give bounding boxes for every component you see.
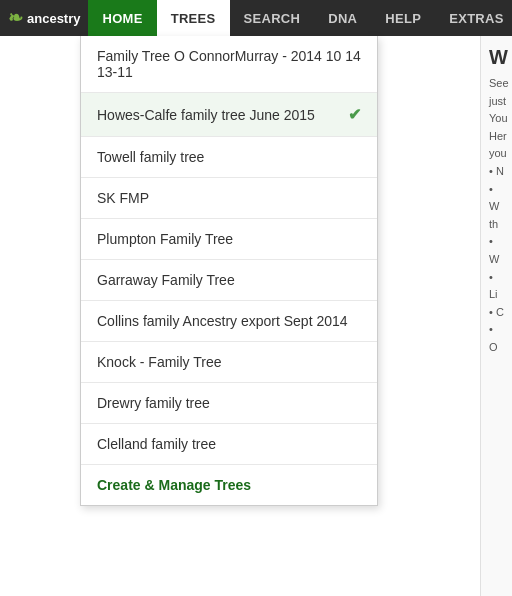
list-item[interactable]: Family Tree O ConnorMurray - 2014 10 14 … [81, 36, 377, 93]
nav-trees-label: TREES [171, 11, 216, 26]
right-panel-line: • W [489, 233, 504, 268]
list-item[interactable]: Garraway Family Tree [81, 260, 377, 301]
list-item[interactable]: Howes-Calfe family tree June 2015 ✔ [81, 93, 377, 137]
tree-item-label: SK FMP [97, 190, 149, 206]
list-item[interactable]: Drewry family tree [81, 383, 377, 424]
right-panel-line: • C [489, 304, 504, 322]
right-panel-line: • Li [489, 269, 504, 304]
nav-help-label: HELP [385, 11, 421, 26]
tree-item-label: Howes-Calfe family tree June 2015 [97, 107, 315, 123]
list-item[interactable]: Knock - Family Tree [81, 342, 377, 383]
tree-item-label: Clelland family tree [97, 436, 216, 452]
right-panel-line: See [489, 75, 504, 93]
list-item[interactable]: Collins family Ancestry export Sept 2014 [81, 301, 377, 342]
nav-trees[interactable]: TREES [157, 0, 230, 36]
right-panel-line: th [489, 216, 504, 234]
create-manage-label: Create & Manage Trees [97, 477, 251, 493]
nav-search[interactable]: SEARCH [230, 0, 315, 36]
right-panel-line: you [489, 145, 504, 163]
nav-dna-label: DNA [328, 11, 357, 26]
ancestry-logo[interactable]: ❧ ancestry [8, 7, 80, 29]
nav-home-label: HOME [102, 11, 142, 26]
tree-item-label: Collins family Ancestry export Sept 2014 [97, 313, 348, 329]
right-panel-line: just [489, 93, 504, 111]
tree-item-label: Family Tree O ConnorMurray - 2014 10 14 … [97, 48, 361, 80]
list-item[interactable]: SK FMP [81, 178, 377, 219]
nav-dna[interactable]: DNA [314, 0, 371, 36]
create-manage-trees-item[interactable]: Create & Manage Trees [81, 465, 377, 505]
right-panel-line: You [489, 110, 504, 128]
navbar: ❧ ancestry HOME TREES SEARCH DNA HELP EX… [0, 0, 512, 36]
logo-area[interactable]: ❧ ancestry [0, 0, 88, 36]
list-item[interactable]: Plumpton Family Tree [81, 219, 377, 260]
right-panel-body: See just You Her you • N • W th • W • Li… [489, 75, 504, 357]
checkmark-icon: ✔ [348, 105, 361, 124]
right-panel-line: • O [489, 321, 504, 356]
list-item[interactable]: Towell family tree [81, 137, 377, 178]
right-panel-line: • W [489, 181, 504, 216]
leaf-icon: ❧ [8, 7, 23, 29]
list-item[interactable]: Clelland family tree [81, 424, 377, 465]
right-panel: W See just You Her you • N • W th • W • … [480, 36, 512, 596]
trees-dropdown: Family Tree O ConnorMurray - 2014 10 14 … [80, 36, 378, 506]
tree-item-label: Knock - Family Tree [97, 354, 221, 370]
tree-item-label: Towell family tree [97, 149, 204, 165]
tree-item-label: Plumpton Family Tree [97, 231, 233, 247]
logo-text: ancestry [27, 11, 80, 26]
nav-home[interactable]: HOME [88, 0, 156, 36]
nav-help[interactable]: HELP [371, 0, 435, 36]
nav-search-label: SEARCH [244, 11, 301, 26]
right-panel-heading: W [489, 46, 504, 69]
right-panel-content: W See just You Her you • N • W th • W • … [481, 36, 512, 367]
nav-extras[interactable]: EXTRAS [435, 0, 512, 36]
right-panel-line: • N [489, 163, 504, 181]
tree-item-label: Garraway Family Tree [97, 272, 235, 288]
nav-extras-label: EXTRAS [449, 11, 504, 26]
tree-item-label: Drewry family tree [97, 395, 210, 411]
right-panel-line: Her [489, 128, 504, 146]
